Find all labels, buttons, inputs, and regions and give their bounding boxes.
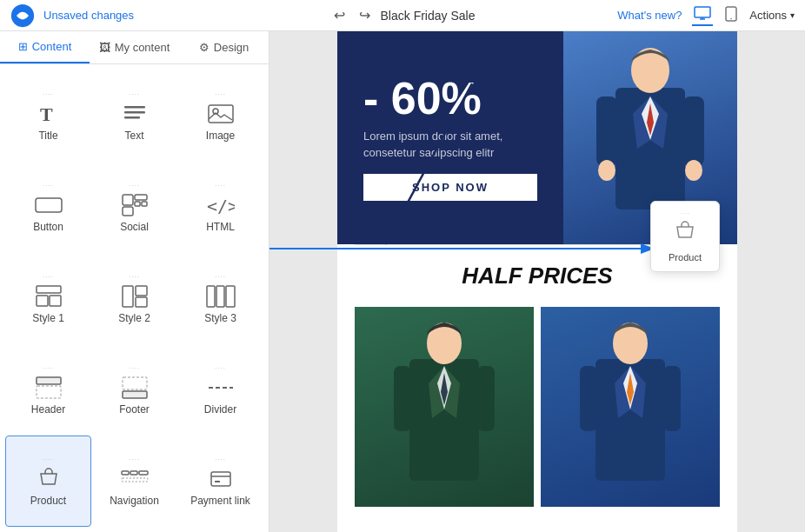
- svg-rect-17: [37, 286, 61, 293]
- canvas-inner: - 60% Lorem ipsum dolor sit amet,consete…: [337, 31, 737, 532]
- sidebar-item-title[interactable]: ···· T Title: [5, 70, 91, 161]
- sidebar-item-header[interactable]: ···· Header: [5, 344, 91, 436]
- svg-rect-15: [123, 207, 133, 216]
- sidebar-item-text[interactable]: ···· Text: [91, 70, 177, 161]
- svg-rect-50: [663, 366, 681, 431]
- page-title: Black Friday Sale: [381, 9, 476, 23]
- unsaved-changes-link[interactable]: Unsaved changes: [43, 9, 134, 22]
- svg-point-41: [598, 160, 615, 181]
- svg-rect-24: [216, 286, 224, 307]
- mobile-icon: [725, 6, 737, 22]
- svg-rect-32: [130, 471, 137, 475]
- svg-rect-25: [226, 286, 235, 307]
- product-card-1: [355, 307, 534, 507]
- html-icon: </>: [205, 193, 236, 217]
- product-suit-2: [578, 316, 682, 507]
- social-icon: [119, 193, 150, 217]
- my-content-tab-icon: 🖼: [99, 41, 110, 54]
- svg-rect-33: [139, 471, 148, 475]
- topbar-left: Unsaved changes: [10, 3, 134, 28]
- svg-text:T: T: [40, 103, 53, 125]
- sidebar-item-payment-link[interactable]: ···· Payment link: [177, 436, 263, 527]
- svg-point-42: [685, 160, 702, 181]
- svg-point-3: [731, 18, 733, 20]
- image-icon: [205, 102, 236, 126]
- svg-rect-34: [122, 478, 148, 482]
- whats-new-button[interactable]: What's new?: [617, 9, 682, 22]
- title-icon: T: [33, 102, 64, 126]
- sidebar-item-style2[interactable]: ···· Style 2: [91, 252, 177, 343]
- topbar-right: What's new? Actions ▾: [617, 4, 795, 26]
- product-icon: [33, 467, 64, 491]
- sidebar-item-footer[interactable]: ···· Footer: [91, 344, 177, 436]
- sidebar-item-image[interactable]: ···· Image: [177, 70, 263, 161]
- tab-my-content[interactable]: 🖼 My content: [90, 31, 179, 63]
- main-layout: ⊞ Content 🖼 My content ⚙ Design ···· T T…: [0, 31, 805, 532]
- svg-rect-26: [37, 377, 61, 384]
- svg-text:</>: </>: [207, 196, 235, 216]
- product-card-2: [541, 307, 720, 507]
- desktop-view-button[interactable]: [692, 4, 713, 26]
- topbar: Unsaved changes ↩ ↪ Black Friday Sale Wh…: [0, 0, 805, 31]
- style3-icon: [205, 284, 236, 309]
- hero-left: - 60% Lorem ipsum dolor sit amet,consete…: [337, 31, 563, 244]
- svg-rect-23: [207, 286, 215, 307]
- sidebar-item-button[interactable]: ···· Button: [5, 161, 91, 252]
- shop-now-button[interactable]: SHOP NOW: [363, 174, 537, 201]
- tooltip-box: ···· Product: [650, 201, 720, 272]
- svg-rect-35: [211, 472, 230, 486]
- content-tab-icon: ⊞: [18, 40, 28, 53]
- svg-rect-6: [124, 111, 145, 114]
- design-tab-icon: ⚙: [199, 41, 210, 54]
- svg-rect-1: [695, 7, 710, 17]
- actions-button[interactable]: Actions ▾: [749, 9, 795, 22]
- svg-rect-49: [580, 366, 597, 431]
- svg-rect-12: [135, 195, 147, 200]
- button-icon: [33, 193, 64, 217]
- sidebar-item-style3[interactable]: ···· Style 3: [177, 252, 263, 343]
- canvas-area: - 60% Lorem ipsum dolor sit amet,consete…: [269, 31, 805, 532]
- header-icon: [33, 376, 64, 400]
- svg-rect-20: [123, 286, 133, 307]
- svg-rect-46: [477, 366, 495, 431]
- svg-rect-19: [50, 296, 61, 306]
- svg-rect-18: [37, 296, 48, 306]
- payment-link-icon: [205, 467, 236, 491]
- desktop-icon: [694, 6, 711, 20]
- sidebar-item-style1[interactable]: ···· Style 1: [5, 252, 91, 343]
- sidebar-item-social[interactable]: ···· Social: [91, 161, 177, 252]
- hero-description: Lorem ipsum dolor sit amet,consetetur sa…: [363, 128, 537, 162]
- style1-icon: [33, 284, 64, 309]
- redo-button[interactable]: ↪: [356, 5, 374, 25]
- hero-discount: - 60%: [363, 76, 537, 121]
- sidebar-item-product[interactable]: ···· Product: [5, 436, 91, 527]
- tab-content[interactable]: ⊞ Content: [0, 31, 90, 63]
- svg-rect-22: [136, 297, 147, 307]
- svg-rect-40: [683, 96, 704, 166]
- navigation-icon: [119, 467, 150, 491]
- sidebar-item-navigation[interactable]: ···· Navigation: [91, 436, 177, 527]
- svg-rect-10: [36, 198, 62, 212]
- sidebar: ⊞ Content 🖼 My content ⚙ Design ···· T T…: [0, 31, 269, 532]
- product-suit-1: [392, 316, 496, 507]
- topbar-center-group: ↩ ↪ Black Friday Sale: [330, 5, 476, 25]
- undo-button[interactable]: ↩: [330, 5, 349, 25]
- svg-rect-31: [122, 471, 129, 475]
- sidebar-item-html[interactable]: ···· </> HTML: [177, 161, 263, 252]
- svg-rect-39: [596, 96, 617, 166]
- style2-icon: [119, 284, 150, 309]
- sidebar-item-divider[interactable]: ···· Divider: [177, 344, 263, 436]
- svg-rect-8: [209, 105, 233, 123]
- svg-rect-7: [124, 116, 140, 119]
- sidebar-tabs: ⊞ Content 🖼 My content ⚙ Design: [0, 31, 269, 64]
- svg-rect-21: [136, 286, 147, 296]
- sidebar-grid: ···· T Title ···· Text: [0, 64, 269, 532]
- svg-rect-45: [394, 366, 411, 431]
- product-grid: [337, 298, 737, 515]
- svg-rect-36: [215, 481, 220, 482]
- mobile-view-button[interactable]: [723, 4, 739, 26]
- svg-rect-13: [135, 202, 140, 206]
- logo-icon: [10, 3, 35, 28]
- tab-design[interactable]: ⚙ Design: [179, 31, 269, 63]
- svg-rect-14: [142, 202, 147, 206]
